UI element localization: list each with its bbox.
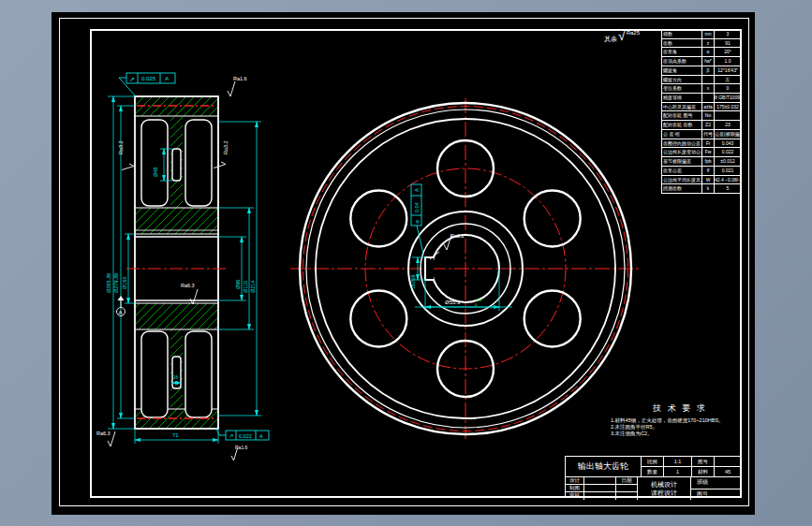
param-symbol: Z2 (702, 121, 715, 129)
general-roughness-note: 其余 √ Ra25 (604, 29, 640, 44)
fig-label: 图号 (691, 489, 741, 501)
runout-icon: ↗ (129, 76, 135, 82)
dim-bolt: Ø214 (250, 281, 256, 293)
param-symbol: mn (702, 30, 715, 38)
tech-req-title: 技 术 要 求 (611, 402, 749, 415)
roughness-value: Ra25 (627, 30, 640, 36)
param-value: 0.021 (715, 167, 741, 175)
param-value: 左 (715, 76, 741, 84)
roughness-label: Ra3.2 (223, 140, 229, 154)
symmetry-icon: ≡ (414, 220, 421, 224)
table-row: 基节极限偏差fpb±0.012 (662, 157, 741, 167)
table-row: 配对齿轮 图号No (662, 111, 741, 121)
tolerance-value: 0.04 (414, 202, 420, 212)
param-value: 91 (715, 39, 741, 48)
qty-value: 1 (664, 467, 692, 477)
param-label: 变位系数 (662, 84, 702, 93)
tolerance-value: 0.022 (239, 433, 252, 439)
param-symbol: z (702, 39, 715, 48)
dim-od: Ø285.39 (106, 273, 111, 293)
gear-parameter-table: 模数mn3 齿数z91 齿形角α20° 齿顶高系数ha*1.0 螺旋角β12°1… (661, 29, 742, 194)
class-label: 班级 (691, 477, 741, 489)
param-value: 5 (715, 184, 741, 193)
dim-pd: Ø279.39 (113, 273, 119, 293)
param-label: 公法线长度变动公差 (662, 148, 702, 156)
roughness-leader (430, 252, 439, 259)
rim-hatch-top (136, 97, 217, 116)
dim-bore-tol-dn: 0 (475, 302, 478, 307)
table-row: 齿形角α20° (662, 48, 741, 57)
table-row: 公 差 组代号公差(极限偏差)值 (662, 130, 741, 139)
course-line1: 机械设计 (651, 480, 677, 489)
dim-spoke: Ø110 (243, 281, 248, 293)
param-symbol: Fr (702, 139, 715, 148)
param-value: 42.4 −0.08/−0.18 (715, 176, 741, 184)
technical-requirements: 技 术 要 求 1.材料45钢，正火处理，齿面硬度170~210HBS。 2.未… (611, 402, 749, 437)
param-value: 175±0.032 (715, 103, 741, 111)
design-label: 设计 (566, 477, 584, 485)
title-block-info-grid: 比例 1:1 图号 数量 1 材料 45 (642, 457, 741, 476)
web-hatch-lower (136, 303, 217, 329)
roughness-label: Ra1.6 (233, 76, 247, 81)
tolerance-datum: A (414, 188, 420, 192)
param-value: 0 (715, 84, 741, 93)
tolerance-frame-top: ↗ 0.025 A (119, 73, 175, 95)
table-row: 模数mn3 (662, 30, 741, 39)
param-label: 齿形角 (662, 48, 702, 56)
dim-key-sec: 16 (173, 375, 179, 380)
tolerance-datum: A (165, 76, 169, 81)
audit-date (616, 492, 637, 500)
course-name: 机械设计 课程设计 (638, 477, 691, 500)
drawno-label: 图号 (692, 457, 715, 467)
draft-name (584, 485, 616, 492)
tolerance-frame-keyway: ≡ 0.04 A (411, 184, 421, 226)
param-label: 齿数 (662, 39, 702, 48)
param-value: ±0.012 (715, 157, 741, 166)
drawno-value (715, 457, 741, 467)
param-label: 精度等级 (662, 94, 702, 102)
table-row: 配对齿轮 齿数Z223 (662, 121, 741, 130)
title-block: 输出轴大齿轮 比例 1:1 图号 数量 1 材料 45 设计 日期 制图 审核 … (565, 456, 742, 498)
param-symbol: W (702, 176, 715, 184)
dim-key-width: 16JS9 (410, 274, 416, 289)
note-prefix: 其余 (604, 35, 617, 44)
title-block-top: 输出轴大齿轮 比例 1:1 图号 数量 1 材料 45 (566, 457, 741, 477)
param-symbol: fpb (702, 157, 715, 166)
table-row: 公法线平均长度及其上、下偏差W42.4 −0.08/−0.18 (662, 176, 741, 185)
param-symbol: α (702, 48, 715, 56)
param-label: 中心距及其偏差 (662, 103, 702, 111)
param-symbol: ha* (702, 57, 715, 66)
tolerance-frame-bottom: ↗ 0.022 A (216, 429, 269, 440)
qty-label: 数量 (642, 467, 664, 477)
scale-label: 比例 (642, 457, 664, 467)
front-centerlines (290, 98, 642, 439)
param-value: 20° (715, 48, 741, 56)
material-label: 材料 (692, 467, 715, 477)
table-row: 螺旋角β12°16′43″ (662, 66, 741, 76)
section-view: Ø285.39 Ø279.39 Ø150 Ø96 Ø110 Ø214 71 (96, 73, 269, 460)
roughness-label: Ra1.6 (235, 445, 248, 450)
param-value: 8 GB/T10095.3-2008 (715, 94, 741, 102)
roughness-label: Ra6.3 (181, 283, 195, 288)
signature-grid: 设计 日期 制图 审核 (566, 477, 638, 500)
datum-label: A (119, 310, 123, 315)
tolerance-datum: A (259, 433, 263, 439)
param-symbol: ff (702, 167, 715, 175)
date-label: 日期 (616, 477, 637, 485)
datum-flag: A (117, 296, 125, 316)
dim-bore: Ø55.3 (445, 300, 461, 305)
param-symbol: k (702, 184, 715, 193)
design-name (584, 477, 616, 485)
tech-req-item: 3.未注倒角为C2。 (611, 431, 749, 437)
param-symbol: 代号 (702, 130, 715, 139)
param-symbol: β (702, 66, 715, 75)
param-label: 螺旋角 (662, 66, 702, 75)
param-label: 模数 (662, 30, 702, 38)
scale-value: 1:1 (664, 457, 692, 467)
param-label: 配对齿轮 图号 (662, 111, 702, 120)
course-line2: 课程设计 (651, 489, 677, 497)
draft-date (616, 485, 637, 492)
param-value: 公差(极限偏差)值 (715, 130, 741, 139)
param-label: 公法线平均长度及其上、下偏差 (662, 176, 702, 184)
audit-label: 审核 (566, 492, 584, 500)
